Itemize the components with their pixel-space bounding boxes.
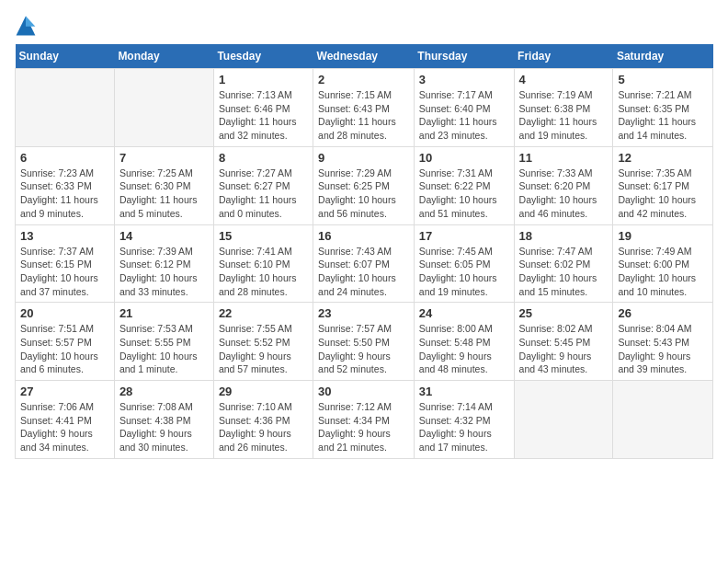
cell-content: Sunrise: 7:43 AM Sunset: 6:07 PM Dayligh… (318, 245, 409, 299)
day-number: 17 (419, 229, 509, 243)
calendar-cell: 20Sunrise: 7:51 AM Sunset: 5:57 PM Dayli… (16, 303, 115, 381)
cell-content: Sunrise: 7:14 AM Sunset: 4:32 PM Dayligh… (419, 400, 509, 454)
week-row-1: 1Sunrise: 7:13 AM Sunset: 6:46 PM Daylig… (16, 69, 713, 147)
calendar-cell: 27Sunrise: 7:06 AM Sunset: 4:41 PM Dayli… (16, 381, 115, 459)
day-number: 11 (519, 151, 609, 165)
day-header-sunday: Sunday (16, 44, 115, 69)
day-header-row: SundayMondayTuesdayWednesdayThursdayFrid… (16, 44, 713, 69)
day-number: 21 (119, 306, 209, 320)
cell-content: Sunrise: 7:17 AM Sunset: 6:40 PM Dayligh… (419, 88, 509, 143)
calendar-cell: 28Sunrise: 7:08 AM Sunset: 4:38 PM Dayli… (114, 381, 213, 459)
day-number: 18 (519, 229, 609, 243)
calendar-cell: 21Sunrise: 7:53 AM Sunset: 5:55 PM Dayli… (114, 303, 213, 381)
day-number: 31 (419, 385, 509, 398)
calendar-cell: 18Sunrise: 7:47 AM Sunset: 6:02 PM Dayli… (514, 224, 613, 303)
cell-content: Sunrise: 7:27 AM Sunset: 6:27 PM Dayligh… (219, 167, 308, 221)
day-number: 27 (20, 385, 109, 398)
cell-content: Sunrise: 7:15 AM Sunset: 6:43 PM Dayligh… (318, 88, 409, 143)
calendar-cell: 30Sunrise: 7:12 AM Sunset: 4:34 PM Dayli… (313, 381, 415, 459)
day-number: 9 (318, 151, 409, 165)
cell-content: Sunrise: 7:47 AM Sunset: 6:02 PM Dayligh… (519, 245, 609, 299)
cell-content: Sunrise: 7:57 AM Sunset: 5:50 PM Dayligh… (318, 322, 409, 376)
cell-content: Sunrise: 7:51 AM Sunset: 5:57 PM Dayligh… (20, 322, 109, 376)
day-number: 23 (318, 306, 409, 320)
calendar-cell (613, 381, 713, 459)
day-number: 29 (219, 385, 308, 398)
cell-content: Sunrise: 7:23 AM Sunset: 6:33 PM Dayligh… (20, 167, 109, 221)
day-number: 13 (20, 229, 109, 243)
calendar-cell: 2Sunrise: 7:15 AM Sunset: 6:43 PM Daylig… (313, 69, 415, 147)
day-number: 7 (119, 151, 209, 165)
calendar-cell (114, 69, 213, 147)
day-number: 25 (519, 306, 609, 320)
calendar-cell: 19Sunrise: 7:49 AM Sunset: 6:00 PM Dayli… (613, 224, 713, 303)
calendar-cell: 22Sunrise: 7:55 AM Sunset: 5:52 PM Dayli… (213, 303, 313, 381)
calendar-cell: 29Sunrise: 7:10 AM Sunset: 4:36 PM Dayli… (213, 381, 313, 459)
calendar-cell (514, 381, 613, 459)
cell-content: Sunrise: 7:08 AM Sunset: 4:38 PM Dayligh… (119, 400, 209, 454)
day-header-friday: Friday (514, 44, 613, 69)
calendar-cell: 5Sunrise: 7:21 AM Sunset: 6:35 PM Daylig… (613, 69, 713, 147)
calendar-cell: 4Sunrise: 7:19 AM Sunset: 6:38 PM Daylig… (514, 69, 613, 147)
cell-content: Sunrise: 7:21 AM Sunset: 6:35 PM Dayligh… (618, 88, 708, 143)
calendar-cell: 12Sunrise: 7:35 AM Sunset: 6:17 PM Dayli… (613, 146, 713, 224)
cell-content: Sunrise: 8:02 AM Sunset: 5:45 PM Dayligh… (519, 322, 609, 376)
calendar-cell: 16Sunrise: 7:43 AM Sunset: 6:07 PM Dayli… (313, 224, 415, 303)
cell-content: Sunrise: 7:29 AM Sunset: 6:25 PM Dayligh… (318, 167, 409, 221)
day-number: 12 (618, 151, 708, 165)
calendar-cell: 26Sunrise: 8:04 AM Sunset: 5:43 PM Dayli… (613, 303, 713, 381)
day-number: 26 (618, 306, 708, 320)
calendar-cell: 11Sunrise: 7:33 AM Sunset: 6:20 PM Dayli… (514, 146, 613, 224)
calendar-cell: 6Sunrise: 7:23 AM Sunset: 6:33 PM Daylig… (16, 146, 115, 224)
logo-icon (15, 15, 37, 37)
calendar-cell: 14Sunrise: 7:39 AM Sunset: 6:12 PM Dayli… (114, 224, 213, 303)
calendar-cell: 10Sunrise: 7:31 AM Sunset: 6:22 PM Dayli… (414, 146, 514, 224)
cell-content: Sunrise: 7:25 AM Sunset: 6:30 PM Dayligh… (119, 167, 209, 221)
calendar-cell: 1Sunrise: 7:13 AM Sunset: 6:46 PM Daylig… (213, 69, 313, 147)
cell-content: Sunrise: 7:19 AM Sunset: 6:38 PM Dayligh… (519, 88, 609, 143)
calendar-cell (16, 69, 115, 147)
calendar-cell: 3Sunrise: 7:17 AM Sunset: 6:40 PM Daylig… (414, 69, 514, 147)
cell-content: Sunrise: 7:35 AM Sunset: 6:17 PM Dayligh… (618, 167, 708, 221)
day-number: 19 (618, 229, 708, 243)
calendar-cell: 17Sunrise: 7:45 AM Sunset: 6:05 PM Dayli… (414, 224, 514, 303)
day-number: 10 (419, 151, 509, 165)
day-number: 4 (519, 73, 609, 86)
cell-content: Sunrise: 7:39 AM Sunset: 6:12 PM Dayligh… (119, 245, 209, 299)
cell-content: Sunrise: 8:04 AM Sunset: 5:43 PM Dayligh… (618, 322, 708, 376)
day-number: 15 (219, 229, 308, 243)
day-number: 30 (318, 385, 409, 398)
cell-content: Sunrise: 7:45 AM Sunset: 6:05 PM Dayligh… (419, 245, 509, 299)
day-number: 20 (20, 306, 109, 320)
logo (15, 15, 40, 37)
calendar-cell: 9Sunrise: 7:29 AM Sunset: 6:25 PM Daylig… (313, 146, 415, 224)
cell-content: Sunrise: 7:31 AM Sunset: 6:22 PM Dayligh… (419, 167, 509, 221)
day-number: 1 (219, 73, 308, 86)
cell-content: Sunrise: 7:41 AM Sunset: 6:10 PM Dayligh… (219, 245, 308, 299)
day-header-thursday: Thursday (414, 44, 514, 69)
calendar-table: SundayMondayTuesdayWednesdayThursdayFrid… (15, 44, 713, 459)
calendar-cell: 7Sunrise: 7:25 AM Sunset: 6:30 PM Daylig… (114, 146, 213, 224)
cell-content: Sunrise: 7:06 AM Sunset: 4:41 PM Dayligh… (20, 400, 109, 454)
day-number: 6 (20, 151, 109, 165)
day-number: 24 (419, 306, 509, 320)
day-number: 16 (318, 229, 409, 243)
svg-marker-1 (26, 17, 35, 27)
day-number: 3 (419, 73, 509, 86)
day-header-saturday: Saturday (613, 44, 713, 69)
calendar-cell: 25Sunrise: 8:02 AM Sunset: 5:45 PM Dayli… (514, 303, 613, 381)
day-number: 5 (618, 73, 708, 86)
cell-content: Sunrise: 7:49 AM Sunset: 6:00 PM Dayligh… (618, 245, 708, 299)
week-row-5: 27Sunrise: 7:06 AM Sunset: 4:41 PM Dayli… (16, 381, 713, 459)
cell-content: Sunrise: 7:10 AM Sunset: 4:36 PM Dayligh… (219, 400, 308, 454)
cell-content: Sunrise: 7:53 AM Sunset: 5:55 PM Dayligh… (119, 322, 209, 376)
day-number: 8 (219, 151, 308, 165)
calendar-cell: 13Sunrise: 7:37 AM Sunset: 6:15 PM Dayli… (16, 224, 115, 303)
cell-content: Sunrise: 8:00 AM Sunset: 5:48 PM Dayligh… (419, 322, 509, 376)
day-header-tuesday: Tuesday (213, 44, 313, 69)
cell-content: Sunrise: 7:33 AM Sunset: 6:20 PM Dayligh… (519, 167, 609, 221)
cell-content: Sunrise: 7:13 AM Sunset: 6:46 PM Dayligh… (219, 88, 308, 143)
day-number: 14 (119, 229, 209, 243)
day-number: 22 (219, 306, 308, 320)
week-row-2: 6Sunrise: 7:23 AM Sunset: 6:33 PM Daylig… (16, 146, 713, 224)
